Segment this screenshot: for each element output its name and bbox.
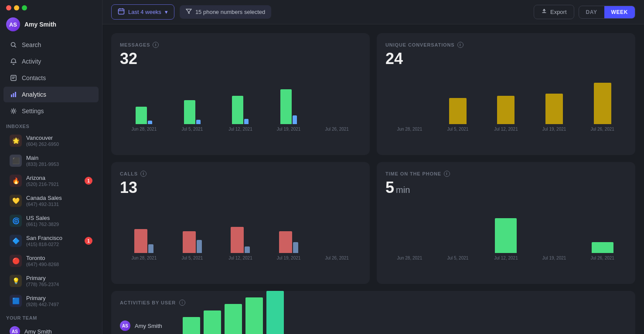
messages-bar-green-2: [184, 100, 195, 124]
inbox-info-primary2: Primary (928) 442-7497: [26, 295, 92, 307]
sidebar-item-main[interactable]: ⬛ Main (833) 281-9953: [3, 151, 99, 170]
calls-value: 13: [120, 179, 361, 197]
sidebar: AS Amy Smith Search Activity Contacts: [0, 0, 102, 334]
messages-bar-chart: Jun 28, 2021 Jul 5, 2021: [120, 75, 361, 132]
bar-group-1: Jun 28, 2021: [120, 76, 168, 132]
analytics-icon: [10, 91, 17, 98]
inbox-icon-main: ⬛: [10, 155, 22, 167]
messages-info-icon[interactable]: i: [153, 42, 159, 48]
calls-bar-red-4: [279, 231, 292, 253]
sidebar-item-san-francisco[interactable]: 🔷 San Francisco (415) 818-0272 1: [3, 231, 99, 250]
contacts-label: Contacts: [22, 74, 46, 81]
charts-grid: MESSAGES i 32 Jun 28, 2021: [111, 33, 635, 284]
activities-info-icon[interactable]: i: [179, 300, 185, 306]
time-on-phone-label: TIME ON THE PHONE i: [385, 171, 627, 177]
view-toggle: DAY WEEK: [579, 6, 635, 19]
activities-title: ACTIVITIES BY USER: [120, 300, 176, 305]
phone-filter-label: 15 phone numbers selected: [195, 9, 265, 15]
time-on-phone-chart: TIME ON THE PHONE i 5min Jun 28, 2021 Ju…: [377, 162, 635, 284]
activities-user-row: AS Amy Smith: [120, 313, 627, 334]
calls-info-icon[interactable]: i: [140, 171, 147, 177]
sidebar-item-contacts[interactable]: Contacts: [3, 70, 99, 86]
sidebar-item-search[interactable]: Search: [3, 37, 99, 53]
sidebar-item-primary1[interactable]: 💡 Primary (778) 765-2374: [3, 271, 99, 290]
dashboard: MESSAGES i 32 Jun 28, 2021: [102, 24, 644, 334]
export-icon: [541, 8, 547, 16]
inbox-icon-canada-sales: 💛: [10, 195, 22, 207]
date-filter-button[interactable]: Last 4 weeks ▾: [111, 4, 174, 20]
uc-bar-group-5: Jul 26, 2021: [578, 76, 627, 132]
sidebar-item-canada-sales[interactable]: 💛 Canada Sales (647) 492-3131: [3, 191, 99, 210]
sidebar-item-activity[interactable]: Activity: [3, 54, 99, 69]
avatar-amy: AS: [10, 326, 20, 334]
traffic-light-green[interactable]: [22, 5, 27, 10]
activity-bar-1: [183, 317, 200, 334]
calls-bar-blue-4: [293, 242, 298, 253]
calendar-icon: [118, 8, 125, 16]
inbox-info-toronto: Toronto (647) 490-8268: [26, 255, 92, 267]
phone-filter[interactable]: 15 phone numbers selected: [180, 5, 271, 19]
calls-bar-group-2: Jul 5, 2021: [168, 205, 217, 260]
activity-bar-5: [266, 291, 284, 334]
sidebar-item-vancouver[interactable]: 🌟 Vancouver (604) 262-6950: [3, 131, 99, 150]
sidebar-item-settings[interactable]: Settings: [3, 103, 99, 119]
calls-bar-blue-2: [197, 240, 202, 253]
activities-user-bars: [183, 313, 627, 334]
chevron-down-icon: ▾: [165, 9, 168, 15]
sidebar-item-us-sales[interactable]: 🌀 US Sales (661) 762-3829: [3, 211, 99, 230]
svg-rect-4: [15, 92, 16, 97]
calls-bar-group-4: Jul 19, 2021: [265, 205, 313, 260]
view-week-button[interactable]: WEEK: [604, 6, 635, 18]
inboxes-section-label: Inboxes: [0, 119, 102, 131]
svg-rect-1: [11, 75, 16, 81]
topbar: Last 4 weeks ▾ 15 phone numbers selected: [102, 0, 644, 24]
filter-icon: [186, 8, 192, 16]
inbox-info-arizona: Arizona (520) 216-7921: [26, 175, 80, 187]
calls-bar-red-1: [134, 229, 147, 253]
sidebar-item-toronto[interactable]: 🔴 Toronto (647) 490-8268: [3, 251, 99, 270]
svg-rect-3: [13, 93, 14, 97]
inbox-info-primary1: Primary (778) 765-2374: [26, 275, 92, 287]
badge-san-francisco: 1: [85, 237, 92, 245]
messages-bar-green-4: [280, 89, 292, 124]
time-on-phone-info-icon[interactable]: i: [444, 171, 450, 177]
traffic-lights: [0, 0, 102, 14]
inbox-icon-san-francisco: 🔷: [10, 235, 22, 247]
unique-conversations-info-icon[interactable]: i: [457, 42, 463, 48]
sidebar-item-analytics[interactable]: Analytics: [3, 87, 99, 102]
tp-bar-group-1: Jun 28, 2021: [385, 205, 434, 260]
traffic-light-yellow[interactable]: [14, 5, 19, 10]
inbox-info-san-francisco: San Francisco (415) 818-0272: [26, 235, 80, 247]
svg-rect-6: [119, 9, 124, 14]
analytics-label: Analytics: [22, 91, 46, 98]
tp-bar-group-4: Jul 19, 2021: [530, 205, 579, 260]
your-team-section-label: Your team: [0, 311, 102, 322]
activity-label: Activity: [22, 58, 41, 65]
unique-conversations-bar-chart: Jun 28, 2021 Jul 5, 2021 Jul 12, 2021: [385, 75, 627, 132]
sidebar-item-arizona[interactable]: 🔥 Arizona (520) 216-7921 1: [3, 171, 99, 190]
time-on-phone-bar-chart: Jun 28, 2021 Jul 5, 2021 Jul 12, 2021: [385, 204, 627, 260]
activities-user-avatar: AS: [120, 321, 130, 331]
inbox-icon-vancouver: 🌟: [10, 135, 22, 147]
calls-label: CALLS i: [120, 171, 361, 177]
user-profile[interactable]: AS Amy Smith: [0, 14, 102, 37]
messages-label: MESSAGES i: [120, 42, 361, 48]
calls-bar-red-2: [183, 231, 196, 253]
inbox-icon-toronto: 🔴: [10, 255, 22, 267]
bar-group-5: Jul 26, 2021: [313, 76, 361, 132]
export-button[interactable]: Export: [534, 5, 574, 19]
traffic-light-red[interactable]: [6, 5, 11, 10]
uc-bar-group-3: Jul 12, 2021: [482, 76, 530, 132]
view-day-button[interactable]: DAY: [579, 6, 604, 18]
uc-bar-4: [545, 94, 563, 124]
uc-bar-group-4: Jul 19, 2021: [530, 76, 579, 132]
badge-arizona: 1: [85, 177, 92, 185]
calls-bar-red-3: [231, 227, 244, 253]
messages-value: 32: [120, 50, 361, 68]
sidebar-item-primary2[interactable]: 🟦 Primary (928) 442-7497: [3, 291, 99, 310]
sidebar-item-amy[interactable]: AS Amy Smith: [3, 323, 99, 334]
tp-bar-group-5: Jul 26, 2021: [578, 205, 627, 260]
settings-icon: [10, 107, 17, 115]
unique-conversations-value: 24: [385, 50, 627, 68]
messages-bar-blue-1: [148, 121, 152, 124]
